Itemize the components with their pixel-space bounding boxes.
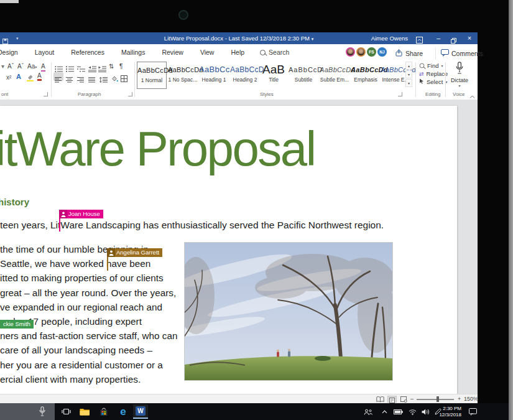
align-center-icon[interactable] xyxy=(66,74,73,85)
collab-flag-joan-house[interactable]: Joan House xyxy=(59,210,103,218)
collab-flag-angelina-garrett[interactable]: Angelina Garrett xyxy=(107,248,162,257)
justify-icon[interactable] xyxy=(88,74,96,85)
superscript-icon[interactable]: x² xyxy=(6,73,11,82)
microphone-tray-icon[interactable] xyxy=(39,406,46,419)
share-button[interactable]: Share xyxy=(395,48,423,59)
tab-review[interactable]: Review xyxy=(160,44,184,60)
collab-flag-jackie-smith[interactable]: ckie Smith xyxy=(0,320,34,329)
shading-icon[interactable] xyxy=(111,73,118,85)
tab-design[interactable]: Design xyxy=(0,44,19,60)
file-explorer-button[interactable] xyxy=(77,404,92,419)
zoom-level[interactable]: 150% xyxy=(464,394,478,404)
style-normal[interactable]: AaBbCcDd1 Normal xyxy=(137,62,167,89)
tab-view[interactable]: View xyxy=(199,44,216,60)
font-size-dropdown-icon[interactable]: ▾ xyxy=(1,62,4,70)
find-button[interactable]: Find▾ xyxy=(419,62,443,69)
action-center-icon[interactable] xyxy=(465,404,480,419)
avatar-nj[interactable]: NJ xyxy=(377,47,387,57)
font-color-icon[interactable]: A xyxy=(37,73,42,81)
intro-paragraph: teen years, LitWare Landscaping has enth… xyxy=(0,218,384,232)
style-no-spacing[interactable]: AaBbCcDd1 No Spac... xyxy=(168,62,198,89)
people-tray-icon[interactable] xyxy=(361,404,376,419)
task-view-button[interactable] xyxy=(58,404,73,419)
highlight-color-icon[interactable] xyxy=(26,73,34,84)
align-right-icon[interactable] xyxy=(77,74,85,85)
read-mode-icon[interactable] xyxy=(376,396,385,403)
group-divider xyxy=(51,62,52,97)
styles-dialog-launcher[interactable] xyxy=(398,92,402,96)
share-icon xyxy=(395,48,403,59)
web-layout-icon[interactable] xyxy=(399,396,409,403)
paragraph-dialog-launcher[interactable] xyxy=(128,92,132,96)
signed-in-user[interactable]: Aimee Owens xyxy=(371,32,408,44)
avatar-photo-2[interactable] xyxy=(356,47,366,57)
edge-icon: e xyxy=(120,404,126,419)
avatar-fs[interactable]: FS xyxy=(367,47,376,57)
dictate-button[interactable]: Dictate ▾ xyxy=(449,62,470,88)
comments-label: Comments xyxy=(451,50,483,57)
change-case-icon[interactable]: Aa▾ xyxy=(27,62,37,71)
zoom-slider-thumb[interactable] xyxy=(437,396,439,402)
zoom-in-button[interactable]: + xyxy=(458,394,461,404)
comments-button[interactable]: Comments xyxy=(435,48,483,59)
style-subtle-emphasis[interactable]: AaBbCcDdSubtle Em... xyxy=(320,62,349,89)
group-divider xyxy=(134,62,135,97)
battery-icon[interactable] xyxy=(391,404,405,419)
sort-icon[interactable]: ⇅ xyxy=(109,62,114,70)
taskbar-clock[interactable]: 2:30 PM 12/3/2018 xyxy=(435,406,461,418)
zoom-slider-track[interactable] xyxy=(417,399,454,400)
minimize-button[interactable]: – xyxy=(433,32,444,44)
taskbar: e W 2:30 PM 12/3/2018 xyxy=(0,403,509,420)
tray-overflow-chevron-icon[interactable] xyxy=(377,404,392,419)
search-box[interactable]: Search xyxy=(260,44,289,60)
collab-flag-name: Joan House xyxy=(67,210,103,218)
multilevel-list-icon[interactable] xyxy=(77,63,86,75)
styles-scroll-up-icon[interactable]: ▴ xyxy=(405,62,412,70)
edge-button[interactable]: e xyxy=(116,404,131,419)
align-left-icon[interactable] xyxy=(55,74,62,85)
title-bar: ▾ LitWare Proposal.docx - Last Saved 12/… xyxy=(0,32,478,44)
grow-font-icon[interactable]: Aˆ xyxy=(7,62,14,70)
word-taskbar-button[interactable]: W xyxy=(133,404,148,419)
clock-date: 12/3/2018 xyxy=(435,412,461,418)
style-heading1[interactable]: AaBbCcHeading 1 xyxy=(199,62,229,89)
styles-more-icon[interactable]: ▾ xyxy=(405,79,412,87)
text-effects-icon[interactable]: A xyxy=(16,73,21,81)
close-button[interactable]: × xyxy=(464,32,475,44)
taskbar-left-panel xyxy=(0,403,55,420)
body-line: great – all the year round. Over the yea… xyxy=(0,286,177,300)
zoom-out-button[interactable]: – xyxy=(410,394,414,404)
pilcrow-icon[interactable]: ¶ xyxy=(119,62,122,70)
line-spacing-icon[interactable] xyxy=(99,74,108,85)
word-window: ▾ LitWare Proposal.docx - Last Saved 12/… xyxy=(0,32,478,403)
tab-references[interactable]: References xyxy=(70,44,106,60)
dictate-dropdown-icon[interactable]: ▾ xyxy=(449,83,470,88)
style-emphasis[interactable]: AaBbCcDdEmphasis xyxy=(351,62,381,89)
status-bar: – + 150% xyxy=(0,394,478,403)
microsoft-store-button[interactable] xyxy=(96,404,111,419)
collab-flag-name: ckie Smith xyxy=(0,320,34,329)
borders-icon[interactable] xyxy=(121,73,127,85)
style-heading2[interactable]: AaBbCcDHeading 2 xyxy=(230,62,260,89)
replace-button[interactable]: ⇄Replace xyxy=(419,70,448,77)
select-button[interactable]: Select▾ xyxy=(419,78,447,85)
print-layout-icon[interactable] xyxy=(387,396,397,403)
numbering-icon[interactable] xyxy=(66,63,75,75)
style-subtitle[interactable]: AaBbCcDSubtitle xyxy=(289,62,318,89)
body-paragraph: the time of our humble beginning in Seat… xyxy=(0,242,177,386)
style-title[interactable]: AaBTitle xyxy=(260,62,287,89)
avatar-photo-1[interactable] xyxy=(346,47,355,57)
increase-indent-icon[interactable] xyxy=(98,63,106,75)
tab-mailings[interactable]: Mailings xyxy=(120,44,147,60)
decrease-indent-icon[interactable] xyxy=(88,63,96,75)
body-line: care of all your landscaping needs – xyxy=(0,343,177,357)
title-caret-icon[interactable]: ▾ xyxy=(312,37,314,41)
document-photo-trees[interactable] xyxy=(184,242,393,381)
font-dialog-launcher[interactable] xyxy=(44,92,48,96)
tab-layout[interactable]: Layout xyxy=(34,44,56,60)
clear-formatting-icon[interactable]: A xyxy=(41,62,45,72)
tab-help[interactable]: Help xyxy=(229,44,246,60)
styles-scroll-down-icon[interactable]: ▾ xyxy=(405,70,412,78)
shrink-font-icon[interactable]: Aˇ xyxy=(17,62,24,70)
document-page[interactable]: itWare Proposal history Joan House teen … xyxy=(0,106,457,394)
